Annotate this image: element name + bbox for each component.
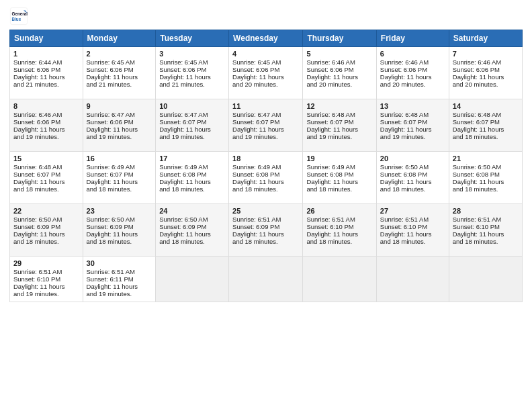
calendar-cell: 18Sunrise: 6:49 AMSunset: 6:08 PMDayligh… [229, 152, 303, 204]
day-number: 11 [232, 102, 299, 110]
cell-line: Daylight: 11 hours [13, 230, 79, 238]
day-number: 27 [380, 207, 445, 215]
cell-line: Sunset: 6:06 PM [232, 66, 299, 73]
day-number: 15 [13, 154, 79, 163]
cell-line: Sunrise: 6:50 AM [453, 163, 519, 171]
cell-line: Sunrise: 6:50 AM [87, 216, 152, 223]
cell-line: Sunrise: 6:47 AM [159, 111, 225, 118]
calendar-cell: 15Sunrise: 6:48 AMSunset: 6:07 PMDayligh… [10, 152, 83, 204]
calendar-cell: 11Sunrise: 6:47 AMSunset: 6:07 PMDayligh… [229, 99, 303, 152]
cell-line: Daylight: 11 hours [306, 230, 372, 238]
calendar-cell: 3Sunrise: 6:45 AMSunset: 6:06 PMDaylight… [156, 47, 229, 99]
cell-line: Daylight: 11 hours [159, 73, 225, 81]
cell-line: Sunrise: 6:44 AM [13, 58, 79, 66]
cell-line: Daylight: 11 hours [453, 126, 519, 133]
cell-line: and 18 minutes. [87, 185, 152, 193]
cell-line: Daylight: 11 hours [87, 283, 152, 290]
cell-line: and 18 minutes. [380, 185, 445, 193]
cell-line: and 21 minutes. [87, 81, 152, 88]
cell-line: Daylight: 11 hours [159, 230, 225, 238]
calendar-cell: 22Sunrise: 6:50 AMSunset: 6:09 PMDayligh… [10, 204, 83, 257]
calendar-cell: 29Sunrise: 6:51 AMSunset: 6:10 PMDayligh… [10, 257, 83, 302]
cell-line: Sunset: 6:09 PM [87, 223, 152, 230]
cell-line: and 19 minutes. [232, 133, 299, 140]
calendar-cell: 21Sunrise: 6:50 AMSunset: 6:08 PMDayligh… [449, 152, 522, 204]
day-header-saturday: Saturday [449, 30, 522, 47]
calendar-cell: 14Sunrise: 6:48 AMSunset: 6:07 PMDayligh… [449, 99, 522, 152]
cell-line: Sunset: 6:09 PM [159, 223, 225, 230]
cell-line: and 18 minutes. [306, 185, 372, 193]
cell-line: Sunset: 6:08 PM [232, 171, 299, 178]
cell-line: Sunrise: 6:47 AM [232, 111, 299, 118]
cell-line: Sunset: 6:09 PM [232, 223, 299, 230]
cell-line: Sunrise: 6:49 AM [232, 163, 299, 171]
cell-line: Sunrise: 6:50 AM [380, 163, 445, 171]
cell-line: Sunset: 6:10 PM [380, 223, 445, 230]
calendar-cell: 16Sunrise: 6:49 AMSunset: 6:07 PMDayligh… [83, 152, 156, 204]
day-number: 20 [380, 154, 445, 163]
cell-line: Sunset: 6:07 PM [232, 118, 299, 126]
calendar-cell: 24Sunrise: 6:50 AMSunset: 6:09 PMDayligh… [156, 204, 229, 257]
cell-line: Sunrise: 6:51 AM [380, 216, 445, 223]
cell-line: Sunset: 6:11 PM [87, 275, 152, 283]
day-number: 13 [380, 102, 445, 110]
calendar-cell: 5Sunrise: 6:46 AMSunset: 6:06 PMDaylight… [303, 47, 376, 99]
cell-line: and 18 minutes. [232, 238, 299, 245]
calendar-week-4: 22Sunrise: 6:50 AMSunset: 6:09 PMDayligh… [10, 204, 523, 257]
cell-line: Sunset: 6:06 PM [13, 118, 79, 126]
calendar-cell: 10Sunrise: 6:47 AMSunset: 6:07 PMDayligh… [156, 99, 229, 152]
day-number: 19 [306, 154, 372, 163]
cell-line: Sunset: 6:08 PM [159, 171, 225, 178]
cell-line: and 19 minutes. [13, 133, 79, 140]
cell-line: Daylight: 11 hours [87, 230, 152, 238]
day-header-sunday: Sunday [10, 30, 83, 47]
cell-line: Sunset: 6:10 PM [13, 275, 79, 283]
cell-line: Sunset: 6:10 PM [453, 223, 519, 230]
calendar-cell: 12Sunrise: 6:48 AMSunset: 6:07 PMDayligh… [303, 99, 376, 152]
header: General Blue [9, 7, 523, 26]
day-number: 18 [232, 154, 299, 163]
calendar-cell [376, 257, 449, 302]
cell-line: and 20 minutes. [380, 81, 445, 88]
cell-line: and 18 minutes. [453, 133, 519, 140]
cell-line: Daylight: 11 hours [232, 126, 299, 133]
day-number: 8 [13, 102, 79, 110]
cell-line: and 20 minutes. [453, 81, 519, 88]
cell-line: Sunset: 6:08 PM [453, 171, 519, 178]
cell-line: Sunrise: 6:48 AM [306, 111, 372, 118]
svg-text:General: General [12, 11, 28, 16]
cell-line: Sunset: 6:06 PM [87, 118, 152, 126]
day-number: 1 [13, 50, 79, 58]
calendar-week-5: 29Sunrise: 6:51 AMSunset: 6:10 PMDayligh… [10, 257, 523, 302]
cell-line: and 18 minutes. [453, 238, 519, 245]
day-number: 24 [159, 207, 225, 215]
day-header-wednesday: Wednesday [229, 30, 303, 47]
day-number: 6 [380, 50, 445, 58]
calendar-week-3: 15Sunrise: 6:48 AMSunset: 6:07 PMDayligh… [10, 152, 523, 204]
cell-line: and 18 minutes. [232, 185, 299, 193]
cell-line: and 18 minutes. [13, 185, 79, 193]
calendar-cell: 26Sunrise: 6:51 AMSunset: 6:10 PMDayligh… [303, 204, 376, 257]
cell-line: Daylight: 11 hours [453, 178, 519, 185]
cell-line: and 19 minutes. [380, 133, 445, 140]
page-container: General Blue SundayMondayTuesdayWednesda… [0, 0, 532, 309]
cell-line: and 18 minutes. [159, 238, 225, 245]
cell-line: Daylight: 11 hours [13, 178, 79, 185]
cell-line: Daylight: 11 hours [232, 230, 299, 238]
calendar-cell: 9Sunrise: 6:47 AMSunset: 6:06 PMDaylight… [83, 99, 156, 152]
cell-line: Daylight: 11 hours [453, 73, 519, 81]
calendar-cell: 8Sunrise: 6:46 AMSunset: 6:06 PMDaylight… [10, 99, 83, 152]
cell-line: and 19 minutes. [306, 133, 372, 140]
cell-line: Daylight: 11 hours [306, 126, 372, 133]
day-number: 10 [159, 102, 225, 110]
day-number: 22 [13, 207, 79, 215]
day-number: 23 [87, 207, 152, 215]
day-number: 26 [306, 207, 372, 215]
svg-text:Blue: Blue [12, 17, 21, 21]
calendar-week-2: 8Sunrise: 6:46 AMSunset: 6:06 PMDaylight… [10, 99, 523, 152]
cell-line: and 19 minutes. [159, 133, 225, 140]
calendar-cell: 7Sunrise: 6:46 AMSunset: 6:06 PMDaylight… [449, 47, 522, 99]
calendar-cell: 1Sunrise: 6:44 AMSunset: 6:06 PMDaylight… [10, 47, 83, 99]
day-number: 21 [453, 154, 519, 163]
cell-line: and 19 minutes. [87, 133, 152, 140]
